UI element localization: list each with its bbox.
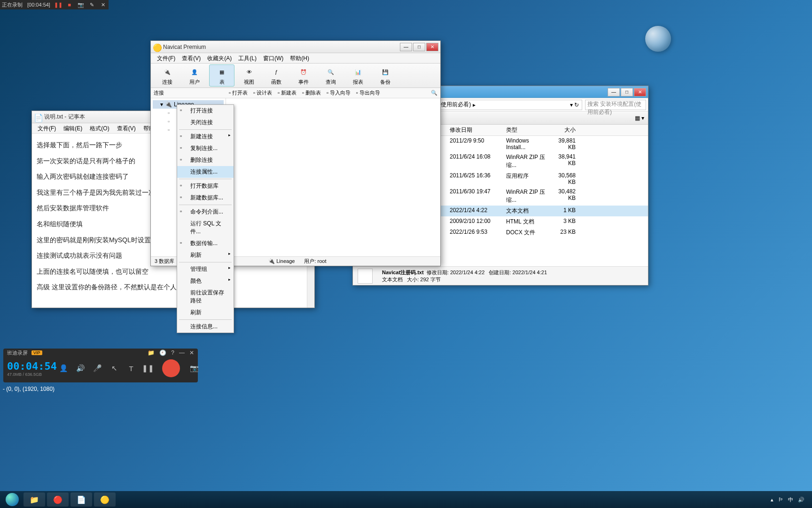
camera-icon[interactable]: 📷 <box>78 1 84 8</box>
navicat-main-area <box>226 98 440 256</box>
toolbar-视图[interactable]: 👁视图 <box>236 64 262 87</box>
menu-view[interactable]: 查看(V) <box>179 53 204 63</box>
text-icon[interactable]: T <box>125 363 137 374</box>
ctx-刷新[interactable]: 刷新 <box>177 249 234 261</box>
task-record[interactable]: 🔴 <box>47 492 69 507</box>
ctx-新建数据库...[interactable]: 新建数据库...▫ <box>177 192 234 204</box>
menu-fav[interactable]: 收藏夹(A) <box>204 53 235 63</box>
ctx-颜色[interactable]: 颜色 <box>177 275 234 287</box>
navicat-title: Navicat Premium <box>163 44 400 50</box>
tray-lang[interactable]: 中 <box>788 496 793 503</box>
action-导入向导[interactable]: ▫ 导入向导 <box>327 89 351 96</box>
ctx-刷新[interactable]: 刷新 <box>177 307 234 318</box>
navicat-menu: 文件(F) 查看(V) 收藏夹(A) 工具(L) 窗口(W) 帮助(H) <box>151 53 440 64</box>
menu-edit[interactable]: 编辑(E) <box>60 123 86 133</box>
toolbar-查询[interactable]: 🔍查询 <box>318 64 344 87</box>
mic-icon[interactable]: 🎤 <box>92 363 103 374</box>
search-icon[interactable]: 🔍 <box>431 90 437 96</box>
conn-label: 连接 <box>154 89 229 96</box>
ctx-删除连接[interactable]: 删除连接▫ <box>177 154 234 166</box>
record-button[interactable] <box>162 359 180 377</box>
menu-view[interactable]: 查看(V) <box>113 123 140 133</box>
toolbar-报表[interactable]: 📊报表 <box>345 64 371 87</box>
action-打开表[interactable]: ▫ 打开表 <box>229 89 248 96</box>
bandi-title: 班迪录屏 <box>7 349 28 357</box>
view-options[interactable]: ▦ ▾ <box>635 115 644 121</box>
col-date[interactable]: 修改日期 <box>447 125 503 135</box>
action-删除表[interactable]: ▫ 删除表 <box>302 89 321 96</box>
menu-file[interactable]: 文件(F) <box>154 53 179 63</box>
webcam-icon[interactable]: 👤 <box>58 363 69 374</box>
ctx-新建连接[interactable]: 新建连接▫ <box>177 131 234 143</box>
ctx-数据传输...[interactable]: 数据传输...▫ <box>177 238 234 249</box>
maximize-button[interactable]: □ <box>621 88 633 96</box>
tray-flag-icon[interactable]: 🏳 <box>778 497 783 502</box>
coord-readout: - (0, 0), (1920, 1080) <box>3 386 55 392</box>
pencil-icon[interactable]: ✎ <box>89 1 95 8</box>
ctx-打开数据库[interactable]: 打开数据库▫ <box>177 180 234 192</box>
action-导出向导[interactable]: ▫ 导出向导 <box>356 89 380 96</box>
menu-tools[interactable]: 工具(L) <box>235 53 260 63</box>
menu-format[interactable]: 格式(O) <box>86 123 113 133</box>
screenshot-icon[interactable]: 📷 <box>188 363 200 374</box>
ctx-前往设置保存路径[interactable]: 前往设置保存路径 <box>177 287 234 307</box>
task-explorer[interactable]: 📁 <box>23 492 45 507</box>
col-size[interactable]: 大小 <box>550 125 578 135</box>
close-icon[interactable]: ✕ <box>189 349 194 356</box>
minimize-icon[interactable]: — <box>179 349 185 356</box>
menu-file[interactable]: 文件(F) <box>34 123 60 133</box>
col-type[interactable]: 类型 <box>503 125 550 135</box>
toolbar-连接[interactable]: 🔌连接 <box>155 64 180 87</box>
navicat-subtoolbar: 连接 ▫ 打开表▫ 设计表▫ 新建表▫ 删除表▫ 导入向导▫ 导出向导 🔍 <box>151 88 440 98</box>
menu-help[interactable]: 帮助(H) <box>287 53 312 63</box>
navicat-titlebar[interactable]: 🟡 Navicat Premium — □ ✕ <box>151 41 440 53</box>
ctx-运行 SQL 文件...[interactable]: 运行 SQL 文件... <box>177 218 234 238</box>
close-button[interactable]: ✕ <box>634 88 646 96</box>
stop-icon[interactable]: ■ <box>66 1 73 8</box>
bandicam-panel: 班迪录屏 VIP 📁 🕘 ? — ✕ 00:04:54 47.0MB / 636… <box>3 349 198 382</box>
ctx-管理组[interactable]: 管理组 <box>177 263 234 275</box>
toolbar-备份[interactable]: 💾备份 <box>373 64 398 87</box>
context-menu: 打开连接▫关闭连接新建连接▫复制连接...▫删除连接▫连接属性...打开数据库▫… <box>177 104 234 333</box>
task-notepad[interactable]: 📄 <box>70 492 92 507</box>
taskbar: 📁 🔴 📄 🟡 ▴ 🏳 中 🔊 <box>0 491 812 508</box>
toolbar-函数[interactable]: ƒ函数 <box>264 64 289 87</box>
ctx-连接信息...[interactable]: 连接信息... <box>177 321 234 333</box>
bandi-size: 47.0MB / 636.5GB <box>7 372 52 377</box>
toolbar-用户[interactable]: 👤用户 <box>182 64 207 87</box>
tray-volume-icon[interactable]: 🔊 <box>798 497 804 503</box>
status-user: 用户: root <box>304 258 326 265</box>
minimize-button[interactable]: — <box>400 43 412 51</box>
folder-icon[interactable]: 📁 <box>148 349 155 356</box>
minimize-button[interactable]: — <box>608 88 620 96</box>
tray-expand-icon[interactable]: ▴ <box>771 497 773 503</box>
action-新建表[interactable]: ▫ 新建表 <box>278 89 297 96</box>
toolbar-表[interactable]: ▦表 <box>209 64 234 87</box>
speaker-icon[interactable]: 🔊 <box>75 363 86 374</box>
detail-filename: Navicat注册码.txt <box>382 270 424 275</box>
action-设计表[interactable]: ▫ 设计表 <box>253 89 272 96</box>
cursor-icon[interactable]: ↖ <box>109 363 120 374</box>
pause-icon[interactable]: ❚❚ <box>55 1 62 8</box>
expand-icon: ▾ <box>160 101 163 108</box>
close-button[interactable]: ✕ <box>426 43 438 51</box>
maximize-button[interactable]: □ <box>413 43 425 51</box>
ctx-命令列介面...[interactable]: 命令列介面...▫ <box>177 206 234 218</box>
menu-window[interactable]: 窗口(W) <box>260 53 287 63</box>
toolbar-事件[interactable]: ⏰事件 <box>291 64 316 87</box>
task-navicat[interactable]: 🟡 <box>94 492 116 507</box>
history-icon[interactable]: 🕘 <box>159 349 166 356</box>
navicat-toolbar: 🔌连接👤用户▦表👁视图ƒ函数⏰事件🔍查询📊报表💾备份 <box>151 64 440 88</box>
pause-button[interactable]: ❚❚ <box>142 363 154 374</box>
ctx-关闭连接[interactable]: 关闭连接 <box>177 117 234 128</box>
db-count: 3 数据库 <box>155 258 174 265</box>
refresh-icon[interactable]: ▾ ↻ <box>570 102 579 108</box>
search-input[interactable]: 搜索 安装环境配置(使用前必看) <box>585 100 646 110</box>
ctx-复制连接...[interactable]: 复制连接...▫ <box>177 143 234 154</box>
close-icon[interactable]: ✕ <box>100 1 107 8</box>
ctx-连接属性...[interactable]: 连接属性... <box>177 166 234 178</box>
help-icon[interactable]: ? <box>171 349 174 356</box>
start-button[interactable] <box>3 492 22 507</box>
bandi-timer: 00:04:54 <box>7 360 52 372</box>
ctx-打开连接[interactable]: 打开连接▫ <box>177 105 234 117</box>
